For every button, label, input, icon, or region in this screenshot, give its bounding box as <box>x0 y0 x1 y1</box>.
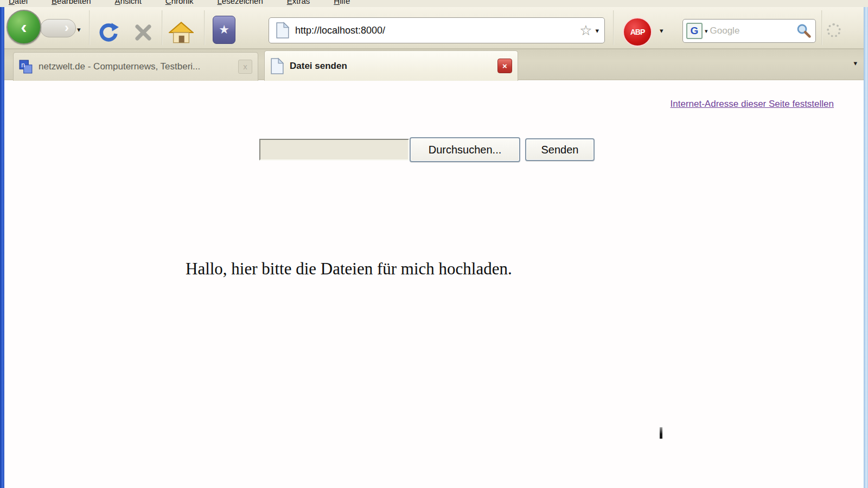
toolbar-separator <box>613 10 614 45</box>
netzwelt-favicon: n <box>19 60 33 74</box>
menu-bar: Datei Bearbeiten Ansicht Chronik Lesezei… <box>0 0 868 7</box>
history-dropdown-caret[interactable]: ▾ <box>77 25 81 34</box>
tab-close-icon[interactable]: × <box>497 59 512 73</box>
search-engine-caret[interactable]: ▾ <box>705 28 708 35</box>
toolbar-separator <box>89 10 90 45</box>
back-button[interactable]: ‹ <box>7 10 41 44</box>
window-border-left <box>0 7 4 488</box>
reload-button[interactable] <box>97 21 120 45</box>
search-input[interactable] <box>710 25 796 36</box>
tab-datei-senden[interactable]: Datei senden × <box>264 50 518 81</box>
file-upload-field[interactable] <box>259 139 409 160</box>
cursor-artifact <box>660 427 662 439</box>
home-icon <box>169 20 194 45</box>
page-favicon <box>270 57 284 75</box>
detect-address-link[interactable]: Internet-Adresse dieser Seite feststelle… <box>671 99 834 110</box>
activity-throbber-icon <box>827 23 841 37</box>
window-border-right <box>864 7 868 488</box>
tab-title: Datei senden <box>290 61 492 72</box>
adblock-dropdown-caret[interactable]: ▾ <box>660 27 663 35</box>
tab-close-icon[interactable]: x <box>238 60 252 74</box>
upload-message: Hallo, hier bitte die Dateien für mich h… <box>186 259 512 279</box>
menu-ansicht[interactable]: Ansicht <box>115 0 142 5</box>
toolbar-separator <box>204 10 205 45</box>
home-button[interactable] <box>168 20 194 46</box>
url-dropdown-caret[interactable]: ▾ <box>595 27 599 35</box>
star-icon: ★ <box>219 23 229 36</box>
tab-netzwelt[interactable]: n netzwelt.de - Computernews, Testberi..… <box>13 52 258 81</box>
adblock-plus-icon[interactable]: ABP <box>623 17 652 47</box>
navigation-toolbar: › ‹ ▾ ★ <box>4 7 864 49</box>
browse-button[interactable]: Durchsuchen... <box>410 137 520 162</box>
page-icon <box>276 22 290 39</box>
url-input[interactable] <box>295 25 576 36</box>
tab-title: netzwelt.de - Computernews, Testberi... <box>39 61 233 72</box>
bookmark-star-icon[interactable]: ☆ <box>579 23 592 37</box>
toolbar-separator <box>162 10 163 45</box>
forward-button[interactable]: › <box>40 19 76 37</box>
tab-list-caret[interactable]: ▾ <box>853 59 857 67</box>
menu-hilfe[interactable]: Hilfe <box>334 0 350 5</box>
search-bar[interactable]: G ▾ <box>682 19 816 43</box>
menu-lesezeichen[interactable]: Lesezeichen <box>218 0 263 5</box>
toolbar-separator <box>821 10 822 45</box>
svg-text:n: n <box>21 61 25 69</box>
menu-datei[interactable]: Datei <box>9 0 28 5</box>
send-button[interactable]: Senden <box>525 138 595 161</box>
location-bar[interactable]: ☆ ▾ <box>269 17 605 43</box>
stop-button[interactable] <box>132 22 154 44</box>
search-engine-icon[interactable]: G <box>686 23 703 39</box>
menu-chronik[interactable]: Chronik <box>165 0 194 5</box>
page-content: Internet-Adresse dieser Seite feststelle… <box>4 81 864 488</box>
menu-bearbeiten[interactable]: Bearbeiten <box>52 0 91 5</box>
menu-extras[interactable]: Extras <box>287 0 310 5</box>
reload-icon <box>98 22 119 43</box>
stop-icon <box>133 23 153 42</box>
tab-strip: n netzwelt.de - Computernews, Testberi..… <box>4 49 864 80</box>
bookmarks-button[interactable]: ★ <box>213 16 235 44</box>
browser-window: Datei Bearbeiten Ansicht Chronik Lesezei… <box>0 0 868 488</box>
magnifier-icon[interactable] <box>796 23 812 39</box>
